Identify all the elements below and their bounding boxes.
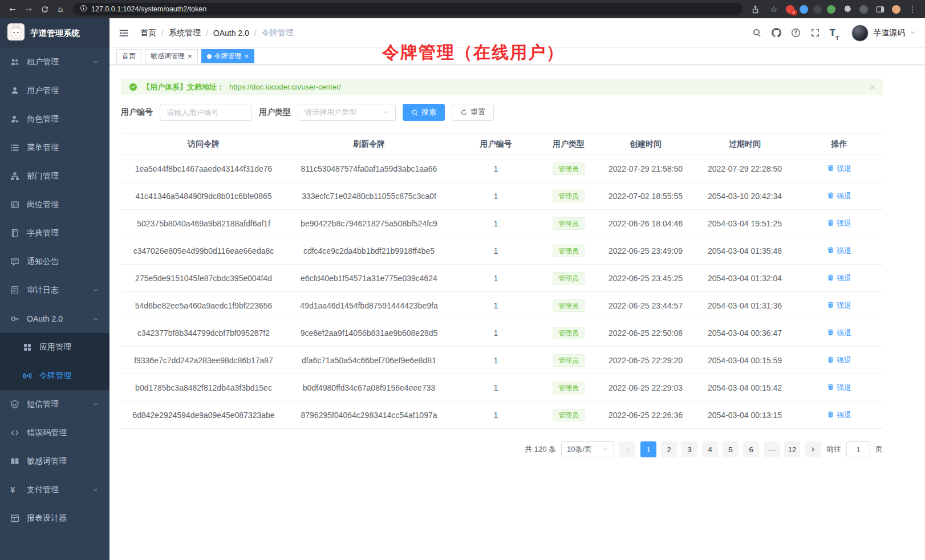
tab-2[interactable]: 令牌管理 × — [201, 49, 255, 63]
breadcrumb-item-0[interactable]: 首页 — [140, 28, 156, 38]
sidebar-item-15[interactable]: ¥ 支付管理 — [0, 476, 109, 504]
tab-close-icon[interactable]: × — [245, 52, 249, 60]
breadcrumb-separator: / — [206, 29, 208, 38]
search-button[interactable]: 搜索 — [403, 104, 445, 121]
cell-actions: 强退 — [796, 155, 883, 182]
page-size-select[interactable]: 10条/页 — [561, 441, 614, 457]
sidebar-item-11[interactable]: 令牌管理 — [0, 362, 109, 390]
token-icon — [23, 371, 33, 381]
home-icon[interactable]: ⌂ — [54, 2, 67, 16]
help-icon[interactable] — [788, 25, 804, 41]
back-icon[interactable]: ← — [6, 2, 19, 16]
extension-blue-icon[interactable] — [800, 5, 808, 14]
goto-page-input[interactable] — [846, 441, 870, 457]
sidebar-item-8[interactable]: 审计日志 — [0, 276, 109, 305]
more-icon[interactable]: ⋮ — [906, 2, 919, 16]
alert-doc-link[interactable]: https://doc.iocoder.cn/user-center/ — [229, 83, 341, 91]
page-button-12[interactable]: 12 — [784, 441, 800, 457]
prev-page-button[interactable] — [619, 441, 635, 457]
sidebar-item-7[interactable]: 通知公告 — [0, 247, 109, 276]
sidebar-item-10[interactable]: 应用管理 — [0, 333, 109, 362]
reload-icon[interactable] — [38, 2, 51, 16]
page-button-1[interactable]: 1 — [640, 441, 656, 457]
force-logout-button[interactable]: 强退 — [827, 218, 851, 229]
github-icon[interactable] — [768, 25, 784, 41]
chevron-down-icon — [92, 487, 99, 493]
cell-expire-time: 2054-03-10 20:42:34 — [694, 182, 796, 210]
force-logout-button[interactable]: 强退 — [827, 301, 851, 311]
force-logout-button[interactable]: 强退 — [827, 383, 851, 393]
page-button-4[interactable]: 4 — [702, 441, 718, 457]
sidebar-item-1[interactable]: 用户管理 — [0, 76, 109, 105]
force-logout-button[interactable]: 强退 — [827, 410, 851, 420]
breadcrumb-item-2[interactable]: OAuth 2.0 — [213, 29, 249, 38]
sidebar-item-0[interactable]: 租户管理 — [0, 48, 109, 76]
page-button-3[interactable]: 3 — [681, 441, 697, 457]
sidebar-item-3[interactable]: 菜单管理 — [0, 133, 109, 162]
tab-0[interactable]: 首页 — [116, 49, 141, 63]
cell-created-time: 2022-06-25 23:44:57 — [597, 292, 694, 319]
site-info-icon[interactable] — [80, 5, 87, 14]
sidebar-item-4[interactable]: 部门管理 — [0, 162, 109, 190]
user-name[interactable]: 芋道源码 — [873, 28, 905, 38]
user-avatar[interactable] — [851, 25, 869, 42]
alert-close-icon[interactable]: × — [870, 82, 875, 92]
sidebar-item-13[interactable]: 错误码管理 — [0, 419, 109, 447]
sidebar-item-9[interactable]: OAuth 2.0 — [0, 305, 109, 333]
cell-actions: 强退 — [796, 347, 883, 374]
cell-user-type: 管理员 — [540, 319, 597, 347]
sidebar-item-14[interactable]: 敏感词管理 — [0, 447, 109, 476]
sidebar-toggle-icon[interactable] — [119, 27, 131, 39]
column-header: 创建时间 — [597, 134, 694, 155]
profile-avatar[interactable] — [892, 5, 900, 14]
table-row: f9336e7c7dd242a283ee98dc86b17a87 dfa6c71… — [121, 347, 883, 374]
extension-red-icon[interactable]: 0 — [786, 5, 794, 14]
tab-1[interactable]: 敏感词管理 × — [145, 49, 198, 63]
user-menu-caret-icon[interactable] — [910, 30, 916, 36]
tab-close-icon[interactable]: × — [188, 52, 192, 60]
page-button-2[interactable]: 2 — [661, 441, 677, 457]
extension-green-icon[interactable] — [827, 5, 835, 14]
column-header: 刷新令牌 — [286, 134, 452, 155]
force-logout-button[interactable]: 强退 — [827, 246, 851, 256]
puzzle-icon[interactable] — [841, 2, 854, 16]
column-header: 访问令牌 — [121, 134, 286, 155]
user-id-input[interactable] — [160, 104, 252, 121]
page-more-button[interactable]: ··· — [764, 441, 780, 457]
share-icon[interactable] — [748, 2, 762, 16]
sidebar-item-5[interactable]: 岗位管理 — [0, 190, 109, 219]
sidebar-item-2[interactable]: 角色管理 — [0, 105, 109, 133]
force-logout-button[interactable]: 强退 — [827, 164, 851, 174]
alert-text: 【用户体系】文档地址： — [143, 82, 224, 92]
page-button-5[interactable]: 5 — [723, 441, 739, 457]
forward-icon[interactable]: → — [22, 2, 35, 16]
cell-expire-time: 2054-03-04 00:15:42 — [694, 374, 796, 401]
force-logout-button[interactable]: 强退 — [827, 328, 851, 338]
force-logout-button[interactable]: 强退 — [827, 191, 851, 201]
notice-icon — [10, 257, 20, 267]
user-type-tag: 管理员 — [553, 245, 585, 257]
sidebar-menu: 租户管理 用户管理 角色管理 菜单管理 部门管理 岗位管理 字典管理 通知公告 … — [0, 48, 109, 560]
user-type-select[interactable]: 请选择用户类型 — [298, 104, 396, 121]
breadcrumb-item-1[interactable]: 系统管理 — [169, 28, 201, 38]
fullscreen-icon[interactable] — [807, 25, 823, 41]
font-size-icon[interactable]: TT — [826, 25, 842, 41]
extension-gray-icon[interactable] — [859, 5, 868, 14]
sidebar-item-6[interactable]: 字典管理 — [0, 219, 109, 247]
sidebar-item-12[interactable]: 短信管理 — [0, 390, 109, 419]
reset-button[interactable]: 重置 — [452, 104, 494, 121]
extension-dark-icon[interactable] — [813, 5, 822, 14]
sidebar-item-16[interactable]: 报表设计器 — [0, 504, 109, 533]
app-logo[interactable]: 芋道管理系统 — [0, 18, 109, 48]
pagination: 共 120 条 10条/页 123456···12 前往 页 — [121, 441, 883, 457]
force-logout-button[interactable]: 强退 — [827, 273, 851, 283]
next-page-button[interactable] — [805, 441, 821, 457]
cell-actions: 强退 — [796, 237, 883, 265]
trash-icon — [827, 274, 834, 283]
page-button-6[interactable]: 6 — [743, 441, 759, 457]
search-icon[interactable] — [749, 25, 765, 41]
bookmark-star-icon[interactable]: ☆ — [767, 2, 781, 16]
force-logout-button[interactable]: 强退 — [827, 355, 851, 366]
address-bar[interactable]: 127.0.0.1:1024/system/oauth2/token — [73, 3, 743, 15]
side-panel-icon[interactable] — [873, 2, 887, 16]
